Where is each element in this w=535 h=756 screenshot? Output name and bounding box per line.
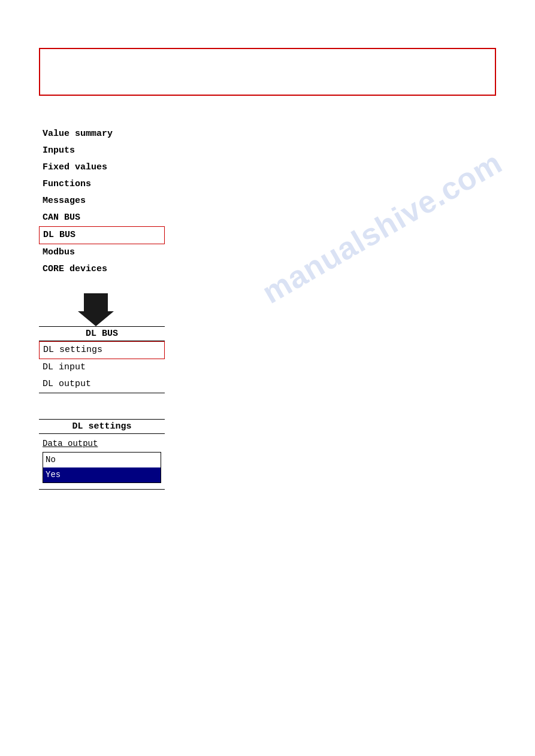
svg-marker-0 (78, 293, 114, 326)
main-menu: Value summary Inputs Fixed values Functi… (39, 126, 165, 278)
menu-item-core-devices[interactable]: CORE devices (39, 261, 165, 278)
submenu-item-dl-input[interactable]: DL input (39, 359, 165, 376)
dropdown-option-yes[interactable]: Yes (43, 467, 161, 482)
data-output-dropdown[interactable]: No Yes (43, 452, 161, 483)
menu-item-value-summary[interactable]: Value summary (39, 126, 165, 142)
submenu-item-dl-output[interactable]: DL output (39, 376, 165, 393)
menu-item-fixed-values[interactable]: Fixed values (39, 159, 165, 176)
submenu-title: DL BUS (39, 327, 165, 341)
dl-settings-panel: DL settings Data output No Yes (39, 419, 165, 490)
dl-bus-submenu: DL BUS DL settings DL input DL output (39, 326, 165, 393)
settings-data-output-label: Data output (39, 438, 165, 450)
submenu-item-dl-settings[interactable]: DL settings (39, 341, 165, 359)
menu-item-dl-bus[interactable]: DL BUS (39, 226, 165, 244)
settings-title: DL settings (39, 420, 165, 434)
menu-item-functions[interactable]: Functions (39, 176, 165, 193)
top-red-box (39, 48, 496, 96)
menu-item-can-bus[interactable]: CAN BUS (39, 210, 165, 226)
watermark: manualshive.com (256, 144, 508, 311)
menu-item-modbus[interactable]: Modbus (39, 244, 165, 261)
dropdown-option-no[interactable]: No (43, 453, 161, 467)
menu-item-messages[interactable]: Messages (39, 193, 165, 210)
menu-item-inputs[interactable]: Inputs (39, 142, 165, 159)
